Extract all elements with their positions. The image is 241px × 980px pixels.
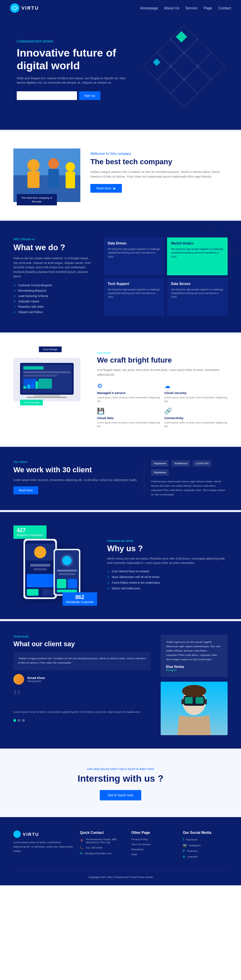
data-icon: 💾 — [97, 407, 160, 415]
nav-logo[interactable]: VIRTU — [10, 3, 39, 13]
svg-rect-19 — [65, 172, 75, 188]
why-card-desc: We bring the right people together to ch… — [108, 288, 160, 299]
client-logo-2: TechBranch — [171, 460, 190, 466]
why-list-item: ✓Aliquam sed finibus — [13, 310, 94, 314]
testimonial-tag: Testimonial — [13, 635, 151, 638]
footer-instagram[interactable]: 📷Instagram — [183, 843, 228, 847]
about-text: Wellcome to Virtu company The best tech … — [90, 148, 228, 192]
svg-rect-11 — [153, 59, 161, 66]
testimonial-dot-1[interactable] — [13, 719, 16, 722]
client-logo-3: LOGIPUSH — [193, 460, 211, 466]
nav-contact[interactable]: Contact — [218, 6, 231, 10]
svg-marker-0 — [13, 6, 17, 10]
footer-other-page: Other Page Privacy Policy Term Of Servic… — [131, 830, 176, 861]
why-title: What we do ? — [13, 243, 94, 252]
hero-email-input[interactable] — [17, 91, 77, 100]
svg-rect-41 — [27, 574, 54, 587]
why-desc: Nulla ac dui nec neque mattis maximus. I… — [13, 256, 94, 279]
vision-item-data: 💾 Cloud data Lorem ipsum dolor sit amet,… — [97, 407, 160, 428]
vision-title: We craft bright future — [97, 356, 228, 364]
svg-rect-28 — [54, 379, 70, 389]
nav-page[interactable]: Page — [204, 6, 212, 10]
vision-item-title: Cloud data — [97, 416, 160, 420]
nav-about[interactable]: About Us — [164, 6, 179, 10]
read-more-label: Read More — [96, 187, 112, 190]
svg-rect-15 — [27, 171, 40, 188]
stat-label-projects: Projects Completed — [17, 533, 43, 537]
about-desc: Nullam congue pretium nisl. Curabitur at… — [90, 170, 228, 179]
svg-rect-2 — [184, 39, 212, 67]
footer-top: VIRTU Lorem ipsum dolor sit amet, consec… — [13, 830, 228, 861]
footer-chat[interactable]: Chat — [131, 853, 176, 856]
footer-linkedin[interactable]: inLinkedIn — [183, 855, 228, 859]
footer-social-title: Our Social Media — [183, 830, 228, 835]
svg-rect-27 — [38, 379, 52, 389]
why-card-title: Market Analys — [171, 242, 223, 245]
stat-label-customers: Worldwide Customer — [66, 600, 94, 604]
svg-rect-49 — [59, 573, 75, 575]
stat-badge-projects: 427 Projects Completed — [13, 525, 46, 539]
whyus-right: Industries we serve Why us ? Morbi cursu… — [107, 539, 228, 592]
hero-signup-button[interactable]: Sign Up — [79, 91, 101, 100]
footer-terms[interactable]: Term Of Service — [131, 843, 176, 846]
testimonial-right: "Etiam eget arcu at sem iaculis sagittis… — [161, 635, 228, 735]
vision-item-title: Cloud security — [164, 391, 228, 395]
vision-left: Cool Design — [13, 351, 87, 401]
pinterest-icon: P — [183, 849, 185, 853]
vision-item-cloud: ☁ Cloud security Lorem ipsum dolor sit a… — [164, 382, 228, 403]
nav-homepage[interactable]: Homepage — [140, 6, 158, 10]
why-card-title: Data Driven — [108, 242, 160, 245]
svg-rect-7 — [184, 65, 212, 94]
why-card-data-driven: Data Driven We bring the right people to… — [104, 237, 164, 275]
nav-links: Homepage About Us Service Page Contact — [140, 6, 231, 10]
cloud-icon: ☁ — [164, 382, 228, 390]
footer-privacy[interactable]: Privacy Policy — [131, 838, 176, 841]
testimonial-featured-role: Designer — [166, 668, 222, 671]
testimonial-featured-name: Elsa Verina — [166, 665, 222, 668]
nav-service[interactable]: Service — [185, 6, 198, 10]
phone-mockup-2 — [54, 549, 80, 596]
phone-mockup-1 — [24, 539, 57, 599]
facebook-icon: f — [183, 838, 184, 842]
check-icon: ✓ — [107, 570, 110, 573]
why-list: ✓Customer Funnel Blueprint ✓Remarketing … — [13, 284, 94, 314]
address-icon: 📍 — [80, 839, 84, 843]
clients-right-desc: Pellentesque ullamcorper ipsum eget ultr… — [151, 480, 228, 497]
whyus-list-item: ✓Donec sed mattis puru — [107, 587, 228, 590]
svg-rect-40 — [34, 568, 47, 570]
svg-rect-34 — [27, 397, 67, 398]
about-image-caption: The best tech company in the year — [17, 194, 57, 205]
footer-social-list: fFacebook 📷Instagram PPinterest inLinked… — [183, 838, 228, 859]
testimonial-featured-quote: "Etiam eget arcu at sem iaculis sagittis… — [161, 635, 228, 677]
why-section: Why Choose us What we do ? Nulla ac dui … — [0, 221, 241, 332]
check-icon: ✓ — [13, 294, 16, 298]
testimonial-dots — [13, 719, 151, 722]
client-logo-4: Rapidwave — [151, 469, 169, 476]
footer-other-page-title: Other Page — [131, 830, 176, 835]
about-image-wrap: The best tech company in the year — [13, 148, 80, 202]
why-card-title: Data Secure — [171, 282, 223, 286]
testimonial-dot-2[interactable] — [18, 719, 21, 722]
footer-logo-row: VIRTU — [13, 830, 73, 838]
footer-pinterest[interactable]: PPinterest — [183, 849, 228, 853]
about-section: The best tech company in the year Wellco… — [0, 132, 241, 219]
footer-brand-desc: Lorem ipsum dolor sit amet, consectetur … — [13, 840, 73, 853]
svg-rect-43 — [42, 589, 54, 596]
svg-rect-50 — [57, 579, 66, 588]
testimonial-dot-3[interactable] — [22, 719, 25, 722]
why-card-desc: We bring the right people together to ch… — [171, 247, 223, 259]
cta-button[interactable]: Get In touch now — [100, 790, 141, 800]
testimonial-person: Emad Khan Designation — [13, 674, 151, 685]
phone-icon: 📞 — [80, 846, 84, 850]
about-read-more-button[interactable]: Read More ▶ — [90, 184, 122, 192]
clients-read-more-button[interactable]: Read More — [13, 486, 38, 494]
hero-content: Customised tech service Innovative futur… — [17, 40, 131, 100]
logo-text: VIRTU — [21, 5, 39, 11]
svg-rect-33 — [34, 395, 60, 397]
instagram-icon: 📷 — [183, 843, 187, 847]
footer-facebook[interactable]: fFacebook — [183, 838, 228, 842]
why-card-title: Tech Support — [108, 282, 160, 286]
svg-point-58 — [182, 685, 206, 697]
footer-disclaimer[interactable]: Disclaimer — [131, 848, 176, 851]
vision-item-desc: Lorem ipsum dolor sit amet, amet consect… — [97, 396, 160, 403]
